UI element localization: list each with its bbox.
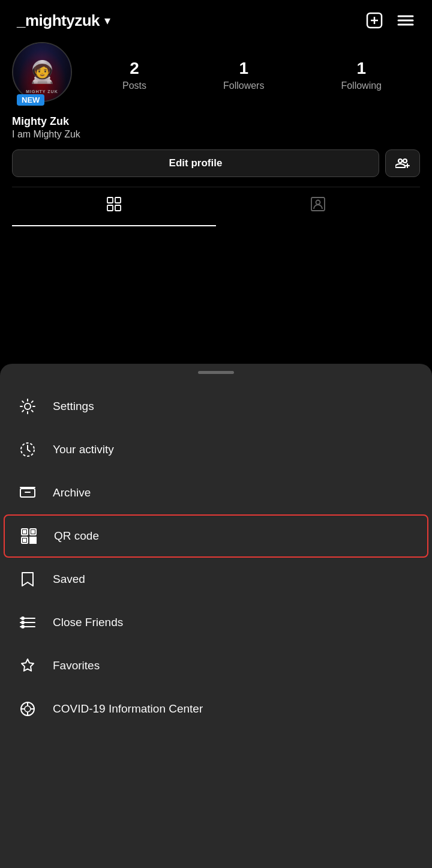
qr-icon [18,525,40,547]
menu-item-saved[interactable]: Saved [0,558,432,601]
header-icons [365,11,415,30]
svg-rect-25 [34,541,36,543]
svg-rect-9 [115,197,121,203]
covid-label: COVID-19 Information Center [53,702,203,716]
svg-rect-24 [30,541,32,543]
posts-count: 2 [130,59,139,78]
username-text: _mightyzuk [17,11,100,30]
svg-rect-19 [32,531,34,533]
followers-label: Followers [223,80,264,91]
qr-code-label: QR code [54,529,99,543]
close-friends-icon [17,612,38,633]
tab-tagged[interactable] [216,187,420,226]
sheet-handle-area [0,364,432,379]
name-bio: Mighty Zuk I am Mighty Zuk [12,115,420,149]
drag-handle[interactable] [198,371,234,374]
menu-item-qr-code[interactable]: QR code [4,514,428,558]
svg-rect-11 [115,205,121,211]
stats-area: 2 Posts 1 Followers 1 Following [78,59,420,91]
svg-point-30 [22,621,24,624]
grid-icon [106,196,122,217]
settings-label: Settings [53,400,94,413]
menu-item-favorites[interactable]: Favorites [0,644,432,687]
username-area[interactable]: _mightyzuk ▾ [17,11,110,30]
svg-rect-10 [107,205,113,211]
activity-icon [17,439,38,460]
followers-stat[interactable]: 1 Followers [223,59,264,91]
followers-count: 1 [239,59,248,78]
bio-text: I am Mighty Zuk [12,129,420,140]
svg-point-33 [25,706,31,712]
saved-icon [17,568,38,590]
following-count: 1 [356,59,366,78]
add-person-button[interactable] [385,149,420,177]
new-badge: NEW [17,94,44,106]
profile-section: _mightyzuk ▾ [0,0,432,226]
svg-rect-22 [30,537,32,540]
svg-rect-17 [23,531,26,533]
posts-label: Posts [122,80,146,91]
close-friends-label: Close Friends [53,616,123,629]
person-tag-icon [310,196,326,217]
svg-point-31 [22,625,24,628]
avatar-container: 🧑‍🚀 MIGHTY ZUK NEW [12,42,78,108]
svg-point-13 [316,200,320,205]
avatar[interactable]: 🧑‍🚀 MIGHTY ZUK [12,42,72,102]
svg-rect-8 [107,197,113,203]
menu-item-archive[interactable]: Archive [0,471,432,514]
menu-item-close-friends[interactable]: Close Friends [0,601,432,644]
posts-stat[interactable]: 2 Posts [122,59,146,91]
hamburger-menu-button[interactable] [396,11,415,30]
activity-label: Your activity [53,443,114,456]
chevron-down-icon: ▾ [104,13,110,28]
saved-label: Saved [53,573,85,586]
svg-point-14 [25,403,31,409]
edit-profile-button[interactable]: Edit profile [12,149,379,177]
display-name: Mighty Zuk [12,115,420,128]
archive-label: Archive [53,486,91,499]
following-label: Following [341,80,382,91]
menu-item-activity[interactable]: Your activity [0,428,432,471]
favorites-icon [17,655,38,677]
tab-grid[interactable] [12,187,216,226]
menu-item-covid[interactable]: COVID-19 Information Center [0,687,432,731]
bottom-sheet: Settings Your activity Archive [0,364,432,868]
header-bar: _mightyzuk ▾ [12,0,420,36]
svg-rect-23 [34,537,36,540]
archive-icon [17,482,38,504]
menu-item-settings[interactable]: Settings [0,385,432,428]
covid-icon [17,698,38,720]
action-buttons: Edit profile [12,149,420,177]
svg-rect-21 [23,539,26,541]
favorites-label: Favorites [53,659,100,672]
menu-list: Settings Your activity Archive [0,379,432,737]
settings-icon [17,396,38,417]
profile-info-row: 🧑‍🚀 MIGHTY ZUK NEW 2 Posts 1 Followers 1… [12,42,420,108]
svg-point-29 [22,617,24,619]
tabs-row [12,187,420,226]
following-stat[interactable]: 1 Following [341,59,382,91]
new-post-button[interactable] [365,11,384,30]
